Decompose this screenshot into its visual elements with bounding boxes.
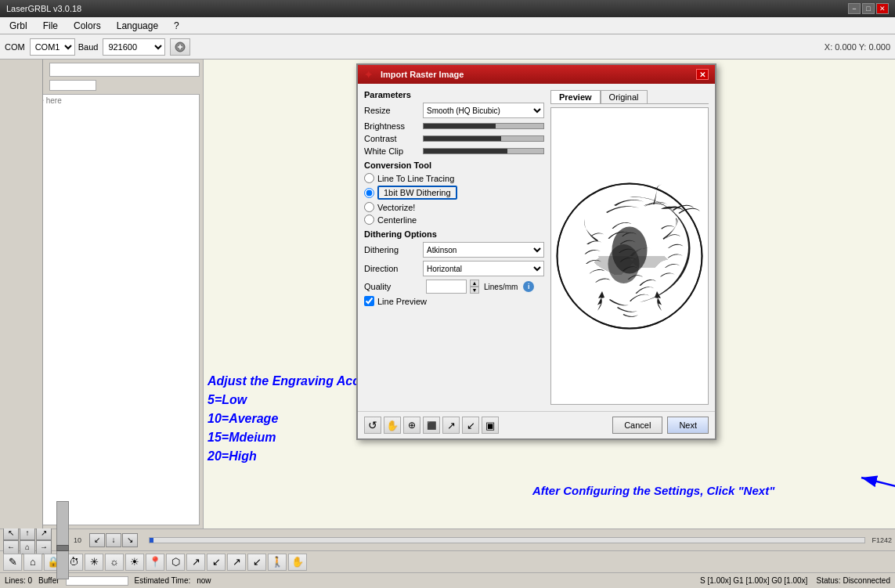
preview-tabs: Preview Original — [550, 90, 709, 104]
close-button[interactable]: ✕ — [876, 3, 889, 14]
annotation-next: After Configuring the Settings, Click "N… — [532, 484, 774, 497]
counter-display: F1242 — [872, 536, 892, 544]
fit-icon-button[interactable]: ⬛ — [423, 417, 440, 434]
dragon-preview-svg — [551, 108, 708, 404]
dialog-title: Import Raster Image — [381, 70, 464, 79]
rotate-icon-button[interactable]: ↗ — [442, 417, 460, 434]
radio-center[interactable] — [364, 215, 374, 225]
progress-bar — [49, 80, 96, 91]
slider-thumb — [56, 545, 69, 551]
tab-preview[interactable]: Preview — [550, 90, 601, 103]
baud-select[interactable]: 921600 — [103, 38, 165, 56]
quality-up-button[interactable]: ▲ — [470, 280, 479, 287]
tool-sun2[interactable]: ☀ — [125, 554, 144, 571]
joystick-slider[interactable] — [56, 501, 69, 579]
dithering-select[interactable]: Atkinson — [423, 242, 544, 258]
window-controls: − □ ✕ — [848, 3, 889, 14]
minimize-button[interactable]: − — [848, 3, 861, 14]
menu-help[interactable]: ? — [168, 19, 186, 33]
com-label: COM — [5, 42, 25, 52]
line-preview-checkbox[interactable] — [364, 296, 374, 306]
radio-line-row: Line To Line Tracing — [364, 173, 544, 183]
tool-walk[interactable]: 🚶 — [268, 554, 287, 571]
nav-down-right[interactable]: ↘ — [122, 533, 138, 547]
tool-arrow-ne[interactable]: ↗ — [186, 554, 205, 571]
baud-label: Baud — [78, 42, 99, 52]
quality-unit: Lines/mm — [484, 283, 518, 291]
cancel-button[interactable]: Cancel — [612, 417, 662, 434]
radio-center-row: Centerline — [364, 215, 544, 225]
tool-laser[interactable]: ✳ — [85, 554, 103, 571]
direction-row: Direction Horizontal — [364, 261, 544, 276]
whiteclip-row: White Clip — [364, 146, 544, 156]
maximize-button[interactable]: □ — [862, 3, 875, 14]
crop-icon-button[interactable]: ▣ — [482, 417, 499, 434]
whiteclip-slider[interactable] — [423, 148, 544, 154]
tool-arrow-sw2[interactable]: ↙ — [247, 554, 266, 571]
dithering-options-label: Dithering Options — [364, 229, 544, 239]
radio-center-label: Centerline — [377, 215, 417, 225]
tool-hand[interactable]: ✋ — [288, 554, 307, 571]
radio-vector-row: Vectorize! — [364, 202, 544, 212]
filename-input[interactable] — [49, 63, 200, 77]
settings-status: S [1.00x] G1 [1.00x] G0 [1.00x] — [700, 576, 807, 585]
brightness-row: Brightness — [364, 121, 544, 131]
tab-original[interactable]: Original — [601, 90, 648, 103]
tool-arrow-sw[interactable]: ↙ — [207, 554, 226, 571]
menu-file[interactable]: File — [37, 19, 64, 33]
tool-pencil[interactable]: ✎ — [3, 554, 22, 571]
brightness-label: Brightness — [364, 121, 423, 131]
tool-arrow-ne2[interactable]: ↗ — [227, 554, 246, 571]
radio-dither-label: 1bit BW Dithering — [377, 186, 457, 200]
menu-language[interactable]: Language — [110, 19, 164, 33]
connect-button[interactable] — [170, 38, 190, 56]
menu-grbl[interactable]: Grbl — [3, 19, 34, 33]
dialog-close-button[interactable]: ✕ — [696, 69, 709, 80]
bottom-toolbar1: ↖ ↑ ↗ ← ⌂ → 10 ↙ ↓ ↘ F1242 — [0, 529, 895, 551]
dialog-titlebar: ✦ Import Raster Image ✕ — [358, 65, 715, 84]
radio-dither[interactable] — [364, 188, 374, 198]
tool-hex[interactable]: ⬡ — [166, 554, 185, 571]
menu-colors[interactable]: Colors — [67, 19, 107, 33]
conversion-section: Conversion Tool Line To Line Tracing 1bi… — [364, 161, 544, 225]
direction-select[interactable]: Horizontal — [423, 261, 544, 276]
next-button[interactable]: Next — [667, 417, 709, 434]
radio-line-label: Line To Line Tracing — [377, 174, 454, 183]
contrast-row: Contrast — [364, 134, 544, 143]
radio-vector[interactable] — [364, 202, 374, 212]
hand-icon-button[interactable]: ✋ — [384, 417, 401, 434]
tool-home[interactable]: ⌂ — [23, 554, 42, 571]
radio-vector-label: Vectorize! — [377, 203, 415, 212]
dithering-row: Dithering Atkinson — [364, 242, 544, 258]
tool-sun1[interactable]: ☼ — [105, 554, 124, 571]
quality-input[interactable]: 15.000 — [426, 280, 467, 294]
coordinate-display: X: 0.000 Y: 0.000 — [825, 42, 890, 52]
lines-status: Lines: 0 — [5, 576, 32, 585]
undo-icon-button[interactable]: ↺ — [364, 417, 381, 434]
contrast-label: Contrast — [364, 134, 423, 143]
menu-bar: Grbl File Colors Language ? — [0, 17, 895, 34]
radio-line[interactable] — [364, 173, 374, 183]
com-select[interactable]: COM1 — [30, 38, 75, 56]
contrast-slider[interactable] — [423, 135, 544, 142]
quality-down-button[interactable]: ▼ — [470, 287, 479, 294]
zoom-icon-button[interactable]: ⊕ — [403, 417, 420, 434]
quality-spinner: ▲ ▼ — [470, 280, 479, 294]
connection-status: Status: Disconnected — [817, 576, 891, 585]
slider-value: 10 — [74, 536, 81, 544]
tool-pin[interactable]: 📍 — [146, 554, 164, 571]
params-label: Parameters — [364, 90, 544, 99]
resize-select[interactable]: Smooth (HQ Bicubic) — [423, 103, 544, 118]
dialog-preview: Preview Original — [550, 90, 709, 405]
nav-down[interactable]: ↓ — [106, 533, 121, 547]
nav-down-left[interactable]: ↙ — [89, 533, 105, 547]
whiteclip-label: White Clip — [364, 146, 423, 156]
line-preview-row: Line Preview — [364, 296, 544, 306]
flip-icon-button[interactable]: ↙ — [462, 417, 479, 434]
dithering-section: Dithering Options Dithering Atkinson Dir… — [364, 229, 544, 306]
quality-info-icon[interactable]: i — [523, 281, 534, 292]
estimated-label: Estimated Time: — [135, 576, 191, 585]
brightness-slider[interactable] — [423, 123, 544, 129]
buffer-progress — [66, 576, 128, 586]
bottom-toolbar2: ✎ ⌂ 🔒 ⏱ ✳ ☼ ☀ 📍 ⬡ ↗ ↙ ↗ ↙ 🚶 ✋ — [0, 551, 895, 572]
